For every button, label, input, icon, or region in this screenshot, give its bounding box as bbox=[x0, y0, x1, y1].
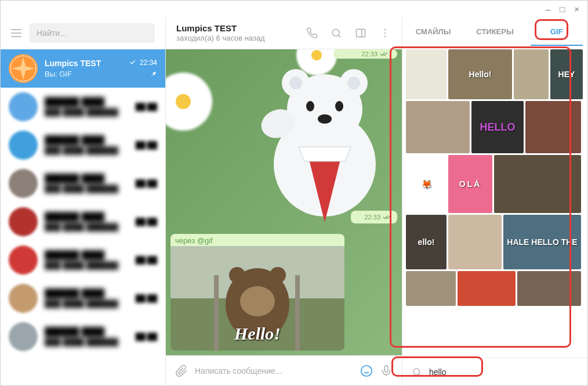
emoji-icon[interactable] bbox=[360, 365, 373, 377]
messages-area[interactable]: 22:33 22:33 bbox=[166, 49, 402, 355]
chat-item[interactable]: ██████ ███████ ████ ████████:██ bbox=[1, 164, 165, 203]
search-icon bbox=[411, 366, 423, 378]
svg-rect-23 bbox=[295, 275, 300, 351]
gif-tile[interactable] bbox=[406, 101, 470, 153]
minimize-button[interactable]: – bbox=[546, 4, 550, 14]
avatar bbox=[9, 54, 38, 83]
svg-point-19 bbox=[240, 286, 275, 316]
svg-rect-25 bbox=[384, 365, 388, 371]
mic-icon[interactable] bbox=[380, 365, 393, 377]
svg-point-14 bbox=[318, 114, 332, 124]
chat-item-title: ██████ ████ bbox=[45, 174, 129, 183]
sticker-bear bbox=[252, 66, 397, 222]
gif-caption: Hello! bbox=[234, 324, 281, 344]
gif-tile[interactable] bbox=[458, 271, 516, 306]
gif-via-label: через @gif bbox=[170, 234, 344, 246]
gif-tile[interactable]: OLÁ bbox=[448, 155, 492, 213]
chat-title: Lumpics TEST bbox=[176, 23, 306, 33]
svg-point-21 bbox=[270, 267, 286, 283]
chat-item-time: ██:██ bbox=[136, 103, 157, 111]
svg-point-13 bbox=[335, 101, 343, 111]
gif-tile[interactable]: HELLO bbox=[471, 101, 524, 153]
compose-bar: Написать сообщение... bbox=[166, 355, 402, 385]
side-panel: СМАЙЛЫ СТИКЕРЫ GIF Hello!HEYHELLO🦊OLÁell… bbox=[402, 17, 587, 385]
chat-item[interactable]: ██████ ███████ ████ ████████:██ bbox=[1, 241, 165, 279]
chat-item-preview: ███ ████ ██████ bbox=[45, 300, 129, 308]
chat-item-time: ██:██ bbox=[136, 256, 157, 264]
chat-item-title: Lumpics TEST bbox=[45, 59, 123, 68]
sidebar: Найти... Lumpics TESTВы: GIF 22:34██████… bbox=[1, 17, 166, 385]
svg-point-26 bbox=[413, 369, 420, 375]
compose-input[interactable]: Написать сообщение... bbox=[195, 366, 353, 376]
chat-item-title: ██████ ████ bbox=[45, 97, 129, 106]
svg-point-11 bbox=[347, 77, 360, 89]
svg-point-10 bbox=[289, 77, 302, 89]
search-placeholder: Найти... bbox=[37, 28, 67, 38]
gif-tile[interactable]: 🦊 bbox=[406, 155, 447, 213]
gif-tile[interactable]: HALE HELLO THE bbox=[503, 215, 581, 269]
avatar bbox=[9, 322, 38, 351]
svg-point-20 bbox=[229, 267, 245, 283]
chat-item[interactable]: ██████ ███████ ████ ████████:██ bbox=[1, 203, 165, 241]
gif-tile[interactable] bbox=[525, 101, 581, 153]
gif-tile[interactable] bbox=[406, 49, 447, 99]
panel-tabs: СМАЙЛЫ СТИКЕРЫ GIF bbox=[402, 17, 587, 46]
chat-item-preview: Вы: GIF bbox=[45, 70, 123, 78]
search-input[interactable]: Найти... bbox=[30, 23, 155, 43]
attach-icon[interactable] bbox=[175, 365, 188, 377]
gif-search-input[interactable] bbox=[429, 367, 579, 377]
chat-item[interactable]: ██████ ███████ ████ ████████:██ bbox=[1, 279, 165, 318]
chat-list: Lumpics TESTВы: GIF 22:34██████ ███████ … bbox=[1, 49, 165, 385]
chat-item-time: ██:██ bbox=[136, 141, 157, 149]
chat-item[interactable]: ██████ ███████ ████ ████████:██ bbox=[1, 126, 165, 164]
chat-item-active[interactable]: Lumpics TESTВы: GIF 22:34 bbox=[1, 49, 165, 88]
chat-item-preview: ███ ████ ██████ bbox=[45, 185, 129, 193]
chat-item-preview: ███ ████ ██████ bbox=[45, 108, 129, 117]
gif-tile[interactable] bbox=[406, 271, 456, 306]
chat-item-preview: ███ ████ ██████ bbox=[45, 261, 129, 270]
message-time: 22:33 bbox=[364, 214, 380, 221]
gif-tile[interactable] bbox=[517, 271, 581, 306]
avatar bbox=[9, 246, 38, 275]
sidebar-toggle-icon[interactable] bbox=[354, 27, 367, 39]
more-icon[interactable] bbox=[379, 27, 391, 39]
chat-item-time: ██:██ bbox=[136, 218, 157, 226]
gif-tile[interactable] bbox=[448, 215, 502, 269]
chat-item-time: ██:██ bbox=[136, 333, 157, 341]
avatar bbox=[9, 284, 38, 313]
chat-status: заходил(а) 6 часов назад bbox=[176, 34, 306, 42]
menu-icon[interactable] bbox=[11, 29, 21, 37]
gif-tile[interactable]: ello! bbox=[406, 215, 447, 269]
chat-item[interactable]: ██████ ███████ ████ ████████:██ bbox=[1, 318, 165, 356]
maximize-button[interactable]: □ bbox=[560, 4, 565, 14]
gif-tile[interactable] bbox=[514, 49, 549, 99]
svg-rect-22 bbox=[214, 275, 219, 351]
chat-item-title: ██████ ████ bbox=[45, 135, 129, 145]
svg-point-4 bbox=[384, 32, 386, 34]
chat-header: Lumpics TEST заходил(а) 6 часов назад bbox=[166, 17, 402, 49]
svg-point-5 bbox=[384, 35, 386, 37]
tab-gif[interactable]: GIF bbox=[526, 17, 587, 46]
gif-preview: Hello! bbox=[170, 246, 344, 351]
chat-item[interactable]: ██████ ███████ ████ ████████:██ bbox=[1, 88, 165, 126]
gif-tile[interactable] bbox=[494, 155, 581, 213]
svg-point-1 bbox=[332, 29, 339, 36]
chat-item-time: 22:34 bbox=[130, 59, 157, 67]
gif-grid[interactable]: Hello!HEYHELLO🦊OLÁello!HALE HELLO THE bbox=[402, 46, 587, 358]
search-icon[interactable] bbox=[330, 27, 343, 39]
chat-item-preview: ███ ████ ██████ bbox=[45, 338, 129, 347]
gif-tile[interactable]: HEY bbox=[550, 49, 583, 99]
svg-point-12 bbox=[306, 101, 314, 111]
svg-rect-2 bbox=[357, 29, 365, 37]
chat-item-preview: ███ ████ ██████ bbox=[45, 223, 129, 232]
tab-emoji[interactable]: СМАЙЛЫ bbox=[402, 17, 464, 46]
avatar bbox=[9, 169, 38, 198]
call-icon[interactable] bbox=[306, 27, 318, 39]
pin-icon bbox=[149, 70, 157, 78]
chat-item-time: ██:██ bbox=[136, 294, 157, 302]
svg-point-24 bbox=[361, 365, 372, 376]
close-button[interactable]: × bbox=[574, 4, 579, 14]
gif-tile[interactable]: Hello! bbox=[448, 49, 512, 99]
tab-stickers[interactable]: СТИКЕРЫ bbox=[464, 17, 525, 46]
avatar bbox=[9, 207, 38, 236]
